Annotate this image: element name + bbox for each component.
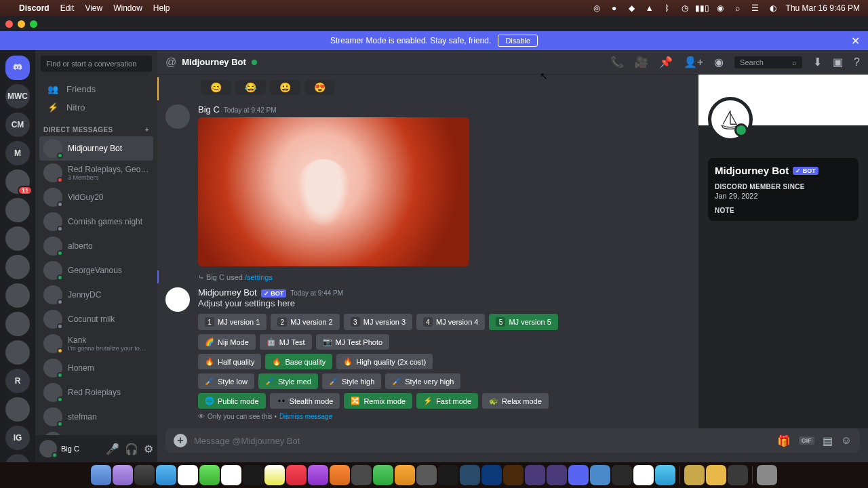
menubar-status-icon[interactable]: ◎ <box>592 3 601 13</box>
server-icon[interactable]: M <box>5 141 30 165</box>
menubar-sync-icon[interactable]: ◆ <box>627 3 637 13</box>
message-author[interactable]: Big C <box>198 104 220 115</box>
dock-app[interactable] <box>178 465 198 485</box>
settings-option-button[interactable]: 4MJ version 4 <box>416 314 485 330</box>
dock-app[interactable] <box>308 465 328 485</box>
dm-search-input[interactable]: Find or start a conversation <box>41 56 152 72</box>
voice-call-icon[interactable]: 📞 <box>610 56 624 68</box>
spotlight-icon[interactable]: ⌕ <box>733 3 743 13</box>
menubar-clock[interactable]: Thu Mar 16 9:46 PM <box>786 3 860 13</box>
dock-app[interactable] <box>612 465 632 485</box>
dock-app[interactable] <box>243 465 263 485</box>
server-icon[interactable] <box>5 226 30 251</box>
help-icon[interactable]: ? <box>854 56 860 68</box>
emoji-picker-icon[interactable]: ☺ <box>841 434 852 447</box>
menubar-window[interactable]: Window <box>113 3 142 13</box>
dock-app[interactable] <box>221 465 241 485</box>
dock-app[interactable] <box>525 465 545 485</box>
dock-app[interactable] <box>91 465 111 485</box>
settings-option-button[interactable]: 1MJ version 1 <box>198 314 267 330</box>
server-icon[interactable] <box>5 283 30 308</box>
wifi-icon[interactable]: ◉ <box>715 3 725 13</box>
dock-app[interactable] <box>199 465 220 485</box>
settings-option-button[interactable]: 🕶️Stealth mode <box>270 393 340 409</box>
dock-app[interactable] <box>547 465 567 485</box>
menubar-app-name[interactable]: Discord <box>19 3 50 13</box>
nitro-nav[interactable]: ⚡ Nitro <box>41 98 152 117</box>
dm-item[interactable]: alberto <box>39 234 153 258</box>
dock-app[interactable] <box>503 465 524 485</box>
deafen-icon[interactable]: 🎧 <box>125 443 138 455</box>
dismiss-link[interactable]: Dismiss message <box>279 413 332 420</box>
dm-item[interactable]: stefman <box>39 405 153 429</box>
dm-item[interactable]: Shadow <box>39 429 153 435</box>
slash-command-link[interactable]: /settings <box>245 273 273 281</box>
settings-option-button[interactable]: 🐢Relax mode <box>482 393 549 409</box>
message-image-attachment[interactable] <box>198 117 469 266</box>
dm-item[interactable]: Honem <box>39 356 153 380</box>
attach-button[interactable]: + <box>174 434 187 447</box>
dock-app[interactable] <box>568 465 589 485</box>
dock-app[interactable] <box>373 465 393 485</box>
dm-item[interactable]: JennyDC <box>39 283 153 307</box>
dm-item[interactable]: Red Roleplays, Georg…3 Members <box>39 161 153 185</box>
control-center-icon[interactable]: ☰ <box>751 3 760 13</box>
settings-option-button[interactable]: 📷MJ Test Photo <box>316 334 390 350</box>
add-friend-icon[interactable]: 👤+ <box>684 56 703 68</box>
dock-app[interactable] <box>481 465 502 485</box>
dock-app[interactable] <box>330 465 350 485</box>
pinned-icon[interactable]: 📌 <box>659 56 673 68</box>
dock-app[interactable] <box>438 465 458 485</box>
dock-app[interactable] <box>706 465 726 485</box>
sticker-icon[interactable]: ▤ <box>823 434 833 447</box>
header-search-input[interactable]: Search ⌕ <box>734 56 802 68</box>
banner-close-icon[interactable]: ✕ <box>851 35 860 47</box>
gift-icon[interactable]: 🎁 <box>777 434 791 447</box>
dock-app[interactable] <box>590 465 610 485</box>
server-icon[interactable]: IG <box>5 426 30 450</box>
dm-item[interactable]: GeorgeVanous <box>39 258 153 283</box>
settings-option-button[interactable]: 🔥High quality (2x cost) <box>336 354 433 369</box>
reaction[interactable]: 😊 <box>201 80 231 95</box>
dm-item[interactable]: Cocunut milk <box>39 307 153 331</box>
dock-app[interactable] <box>351 465 372 485</box>
server-icon[interactable] <box>5 198 30 222</box>
server-icon[interactable] <box>5 340 30 365</box>
settings-option-button[interactable]: 🔥Half quality <box>198 354 261 369</box>
server-icon[interactable] <box>5 397 30 422</box>
siri-icon[interactable]: ◐ <box>768 3 778 13</box>
dock-app[interactable] <box>633 465 654 485</box>
disable-streamer-button[interactable]: Disable <box>498 35 538 47</box>
bluetooth-icon[interactable]: ᛒ <box>663 3 672 13</box>
user-profile-icon[interactable]: ◉ <box>714 56 724 68</box>
dock-app[interactable] <box>728 465 748 485</box>
window-close-button[interactable] <box>5 20 13 28</box>
window-minimize-button[interactable] <box>18 20 25 28</box>
settings-option-button[interactable]: 🖌️Style low <box>198 373 254 389</box>
gif-button[interactable]: GIF <box>799 436 814 445</box>
dock-app[interactable] <box>416 465 437 485</box>
message-input[interactable] <box>194 436 770 446</box>
settings-option-button[interactable]: 🤖MJ Test <box>260 334 312 350</box>
profile-avatar[interactable] <box>708 97 753 142</box>
inbox-icon[interactable]: ⬇ <box>813 56 822 68</box>
friends-nav[interactable]: 👥 Friends <box>41 80 152 98</box>
dm-item[interactable]: VidGuy20 <box>39 185 153 209</box>
settings-option-button[interactable]: 🔥Base quality <box>265 354 332 369</box>
server-icon[interactable]: MWC <box>5 84 30 108</box>
dock-trash[interactable] <box>757 465 777 485</box>
dock-app[interactable] <box>156 465 176 485</box>
mute-icon[interactable]: 🎤 <box>106 443 119 455</box>
dm-item[interactable]: Red Roleplays <box>39 380 153 405</box>
dock-app[interactable] <box>134 465 155 485</box>
settings-option-button[interactable]: 🖌️Style very high <box>385 373 460 389</box>
reaction[interactable]: 😀 <box>270 80 300 95</box>
settings-option-button[interactable]: 🔀Remix mode <box>344 393 412 409</box>
reaction[interactable]: 😍 <box>304 80 335 95</box>
video-call-icon[interactable]: 🎥 <box>635 56 648 68</box>
dock-app[interactable] <box>460 465 480 485</box>
server-icon[interactable]: R <box>5 369 30 393</box>
menubar-edit[interactable]: Edit <box>60 3 75 13</box>
settings-option-button[interactable]: 🌐Public mode <box>198 393 266 409</box>
server-icon[interactable]: 11 <box>5 169 30 194</box>
